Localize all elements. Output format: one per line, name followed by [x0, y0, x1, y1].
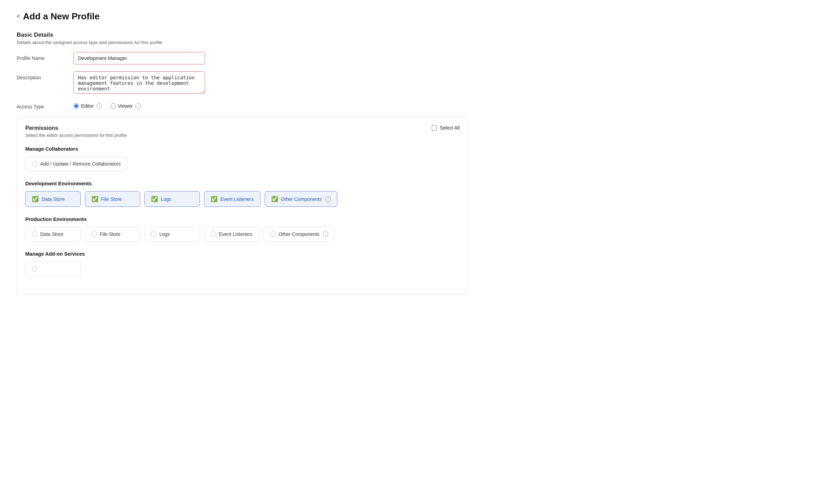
- profile-name-row: Profile Name: [17, 52, 468, 64]
- add-update-remove-collaborators-item[interactable]: Add / Update / Remove Collaborators: [25, 157, 127, 171]
- editor-label: Editor: [81, 103, 94, 109]
- prod-logs-label: Logs: [159, 231, 170, 237]
- dev-file-store-check-icon: ✅: [91, 196, 98, 202]
- access-type-row: Access Type Editor i Viewer i: [17, 100, 468, 109]
- page-title: Add a New Profile: [23, 11, 100, 22]
- permissions-box: Permissions Select the editor access per…: [17, 116, 468, 294]
- prod-data-store-label: Data Store: [40, 231, 63, 237]
- manage-addon-section: Manage Add-on Services: [25, 251, 460, 276]
- editor-radio[interactable]: [73, 103, 79, 109]
- manage-addon-title: Manage Add-on Services: [25, 251, 460, 257]
- description-label: Description: [17, 71, 65, 80]
- access-type-label: Access Type: [17, 100, 65, 109]
- dev-logs-check-icon: ✅: [151, 196, 158, 202]
- dev-event-listeners-check-icon: ✅: [211, 196, 218, 202]
- viewer-radio[interactable]: [110, 103, 116, 109]
- access-type-radio-group: Editor i Viewer i: [73, 100, 141, 109]
- dev-other-components-label: Other Components: [281, 196, 322, 202]
- dev-other-components-check-icon: ✅: [271, 196, 278, 202]
- development-environments-items: ✅ Data Store ✅ File Store ✅ Logs ✅ Event…: [25, 191, 460, 207]
- page-header: < Add a New Profile: [17, 11, 468, 22]
- profile-name-label: Profile Name: [17, 52, 65, 61]
- prod-other-components-info-icon[interactable]: i: [323, 231, 328, 237]
- production-environments-title: Production Environments: [25, 216, 460, 222]
- prod-event-listeners-circle: [211, 231, 216, 237]
- basic-details-header: Basic Details Details about the assigned…: [17, 32, 468, 45]
- dev-event-listeners-label: Event Listeners: [220, 196, 254, 202]
- prod-logs-item[interactable]: Logs: [144, 227, 200, 241]
- editor-info-icon[interactable]: i: [97, 103, 102, 109]
- production-environments-section: Production Environments Data Store File …: [25, 216, 460, 241]
- viewer-radio-option[interactable]: Viewer i: [110, 103, 141, 109]
- basic-details-heading: Basic Details: [17, 32, 468, 38]
- collaborators-radio-circle: [32, 161, 37, 167]
- prod-other-components-label: Other Components: [278, 231, 319, 237]
- prod-other-components-circle: [270, 231, 276, 237]
- prod-event-listeners-label: Event Listeners: [219, 231, 253, 237]
- development-environments-section: Development Environments ✅ Data Store ✅ …: [25, 181, 460, 207]
- manage-addon-placeholder-item[interactable]: [25, 262, 81, 276]
- editor-radio-option[interactable]: Editor i: [73, 103, 102, 109]
- select-all-label[interactable]: Select All: [432, 125, 460, 131]
- dev-file-store-label: File Store: [101, 196, 122, 202]
- manage-collaborators-title: Manage Collaborators: [25, 146, 460, 152]
- manage-addon-items: [25, 262, 460, 276]
- dev-other-components-item[interactable]: ✅ Other Components i: [265, 191, 337, 207]
- prod-logs-circle: [151, 231, 157, 237]
- prod-file-store-circle: [91, 231, 97, 237]
- dev-data-store-item[interactable]: ✅ Data Store: [25, 191, 81, 207]
- collaborators-label: Add / Update / Remove Collaborators: [40, 161, 121, 167]
- prod-event-listeners-item[interactable]: Event Listeners: [204, 227, 259, 241]
- profile-name-input[interactable]: [73, 52, 205, 64]
- viewer-label: Viewer: [118, 103, 133, 109]
- basic-details-description: Details about the assigned access type a…: [17, 40, 468, 45]
- permissions-description: Select the editor access permissions for…: [25, 133, 127, 138]
- manage-collaborators-section: Manage Collaborators Add / Update / Remo…: [25, 146, 460, 171]
- dev-logs-label: Logs: [161, 196, 171, 202]
- dev-logs-item[interactable]: ✅ Logs: [144, 191, 200, 207]
- prod-file-store-label: File Store: [100, 231, 121, 237]
- permissions-header-left: Permissions Select the editor access per…: [25, 125, 127, 138]
- select-all-text: Select All: [440, 125, 460, 131]
- description-row: Description Has editor permission to the…: [17, 71, 468, 94]
- permissions-header: Permissions Select the editor access per…: [25, 125, 460, 138]
- viewer-info-icon[interactable]: i: [135, 103, 141, 109]
- development-environments-title: Development Environments: [25, 181, 460, 186]
- back-button[interactable]: <: [17, 13, 20, 20]
- prod-file-store-item[interactable]: File Store: [85, 227, 140, 241]
- prod-other-components-item[interactable]: Other Components i: [264, 227, 335, 241]
- description-input[interactable]: Has editor permission to the application…: [73, 71, 205, 94]
- production-environments-items: Data Store File Store Logs Event Listene…: [25, 227, 460, 241]
- select-all-checkbox[interactable]: [432, 125, 437, 131]
- manage-collaborators-items: Add / Update / Remove Collaborators: [25, 157, 460, 171]
- prod-data-store-item[interactable]: Data Store: [25, 227, 81, 241]
- prod-data-store-circle: [32, 231, 37, 237]
- dev-event-listeners-item[interactable]: ✅ Event Listeners: [204, 191, 260, 207]
- permissions-heading: Permissions: [25, 125, 127, 131]
- addon-circle: [32, 266, 37, 272]
- dev-data-store-label: Data Store: [42, 196, 65, 202]
- dev-other-components-info-icon[interactable]: i: [325, 196, 331, 202]
- dev-file-store-item[interactable]: ✅ File Store: [85, 191, 140, 207]
- dev-data-store-check-icon: ✅: [32, 196, 39, 202]
